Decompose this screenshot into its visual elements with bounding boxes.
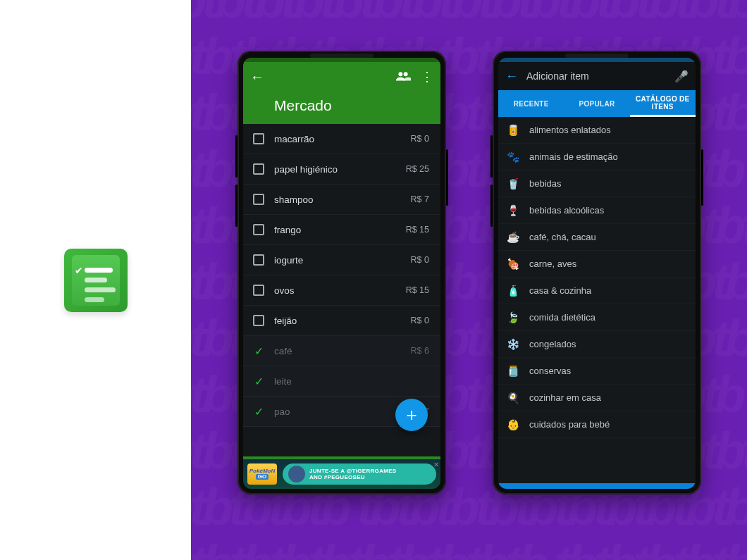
category-label: conservas xyxy=(529,366,571,376)
item-price: R$ 0 xyxy=(411,134,429,144)
ad-close-icon[interactable]: ✕ xyxy=(433,461,439,468)
ad-text: JUNTE-SE A @TIGERRGAMES AND #PEGUEOSEU xyxy=(309,468,396,480)
share-people-icon[interactable] xyxy=(395,70,411,85)
item-price: R$ 15 xyxy=(406,285,429,295)
ad-logo: PokéMoN GO xyxy=(247,463,277,485)
tab-popular[interactable]: POPULAR xyxy=(564,90,629,117)
category-item[interactable]: 🫙conservas xyxy=(498,358,696,385)
phone-mercado: ← ⋮ Mercado macarrãoR$ 0papel higiénicoR… xyxy=(237,51,446,494)
category-icon: 🥤 xyxy=(507,178,519,190)
item-name: papel higiénico xyxy=(274,164,406,175)
overflow-menu-icon[interactable]: ⋮ xyxy=(421,69,433,85)
checkbox[interactable] xyxy=(253,224,264,235)
showcase-panel: ← ⋮ Mercado macarrãoR$ 0papel higiénicoR… xyxy=(191,0,747,560)
item-price: R$ 0 xyxy=(411,316,429,325)
app-logo: ✔ xyxy=(61,245,131,316)
category-item[interactable]: ☕café, chá, cacau xyxy=(498,224,696,251)
list-item[interactable]: feijãoR$ 0 xyxy=(243,306,440,336)
back-icon[interactable]: ← xyxy=(250,69,264,85)
category-item[interactable]: 🍷bebidas alcoólicas xyxy=(498,197,696,224)
checkbox[interactable] xyxy=(253,254,264,266)
tab-cat-logo-de-itens[interactable]: CATÁLOGO DE ITENS xyxy=(630,90,696,117)
category-icon: 🧴 xyxy=(507,285,519,297)
ad-banner[interactable]: PokéMoN GO JUNTE-SE A @TIGERRGAMES AND #… xyxy=(243,456,440,489)
item-price: R$ 25 xyxy=(406,164,429,174)
category-label: bebidas alcoólicas xyxy=(529,205,604,216)
category-item[interactable]: 🥤bebidas xyxy=(498,170,696,197)
add-item-fab[interactable]: + xyxy=(395,399,428,431)
category-label: cuidados para bebé xyxy=(529,419,610,430)
category-item[interactable]: 🍳cozinhar em casa xyxy=(498,385,696,411)
list-title: Mercado xyxy=(250,87,433,114)
item-name: macarrão xyxy=(274,134,411,144)
search-bar[interactable]: ← Adicionar item 🎤 xyxy=(498,62,696,90)
category-icon: 🐾 xyxy=(507,151,519,163)
category-icon: ❄️ xyxy=(507,338,519,351)
category-icon: 🥫 xyxy=(507,124,519,137)
checkmark-icon[interactable]: ✓ xyxy=(253,405,264,418)
category-label: cozinhar em casa xyxy=(529,392,601,403)
item-name: iogurte xyxy=(274,255,411,266)
category-label: café, chá, cacau xyxy=(529,232,596,242)
item-name: feijão xyxy=(274,316,411,326)
item-name: frango xyxy=(274,225,406,235)
category-icon: 🍃 xyxy=(507,311,519,324)
category-label: bebidas xyxy=(529,178,562,189)
ad-avatar xyxy=(288,466,305,483)
item-name: ovos xyxy=(274,285,406,296)
checkmark-icon[interactable]: ✓ xyxy=(253,375,264,388)
list-item[interactable]: ✓leite xyxy=(243,366,440,397)
item-name: café xyxy=(274,346,411,356)
category-label: congelados xyxy=(529,339,576,349)
phone-catalog: ← Adicionar item 🎤 RECENTEPOPULARCATÁLOG… xyxy=(493,51,701,494)
category-item[interactable]: 👶cuidados para bebé xyxy=(498,411,696,438)
app-icon-panel: ✔ xyxy=(0,0,191,560)
ad-bubble: JUNTE-SE A @TIGERRGAMES AND #PEGUEOSEU xyxy=(283,463,436,485)
checkbox[interactable] xyxy=(253,285,264,296)
back-icon[interactable]: ← xyxy=(505,69,518,84)
category-icon: ☕ xyxy=(507,231,519,244)
mic-icon[interactable]: 🎤 xyxy=(674,70,689,83)
item-price: R$ 6 xyxy=(411,346,429,356)
item-name: leite xyxy=(274,376,429,387)
category-label: casa & cozinha xyxy=(529,285,591,296)
category-icon: 👶 xyxy=(507,418,519,431)
list-item[interactable]: frangoR$ 15 xyxy=(243,215,440,245)
category-item[interactable]: 🍖carne, aves xyxy=(498,251,696,278)
category-item[interactable]: ❄️congelados xyxy=(498,331,696,358)
category-list: 🥫alimentos enlatados🐾animais de estimaçã… xyxy=(498,117,696,483)
svg-point-1 xyxy=(404,72,408,76)
list-item[interactable]: iogurteR$ 0 xyxy=(243,245,440,275)
category-item[interactable]: 🥫alimentos enlatados xyxy=(498,117,696,144)
category-icon: 🍷 xyxy=(507,204,519,217)
list-item[interactable]: ✓caféR$ 6 xyxy=(243,336,440,366)
category-icon: 🍖 xyxy=(507,258,519,270)
category-label: comida dietética xyxy=(529,312,595,323)
item-name: pao xyxy=(274,406,411,417)
category-icon: 🫙 xyxy=(507,365,519,378)
list-header: ← ⋮ Mercado xyxy=(243,58,440,124)
checkmark-icon[interactable]: ✓ xyxy=(253,344,264,358)
category-item[interactable]: 🐾animais de estimação xyxy=(498,144,696,170)
item-name: shampoo xyxy=(274,194,411,205)
checkbox[interactable] xyxy=(253,133,264,144)
list-item[interactable]: macarrãoR$ 0 xyxy=(243,124,440,154)
checkbox[interactable] xyxy=(253,315,264,326)
category-icon: 🍳 xyxy=(507,392,519,404)
list-item[interactable]: ovosR$ 15 xyxy=(243,275,440,306)
item-price: R$ 0 xyxy=(411,255,429,265)
category-label: alimentos enlatados xyxy=(529,125,611,135)
checkbox[interactable] xyxy=(253,163,264,175)
search-input[interactable]: Adicionar item xyxy=(526,70,666,82)
list-item[interactable]: papel higiénicoR$ 25 xyxy=(243,154,440,185)
item-price: R$ 15 xyxy=(406,225,429,235)
checkbox[interactable] xyxy=(253,194,264,205)
category-item[interactable]: 🍃comida dietética xyxy=(498,304,696,331)
svg-point-0 xyxy=(398,72,402,76)
category-item[interactable]: 🧴casa & cozinha xyxy=(498,278,696,304)
category-label: carne, aves xyxy=(529,259,576,269)
catalog-tabs: RECENTEPOPULARCATÁLOGO DE ITENS xyxy=(498,90,696,117)
category-label: animais de estimação xyxy=(529,151,618,162)
list-item[interactable]: shampooR$ 7 xyxy=(243,185,440,215)
tab-recente[interactable]: RECENTE xyxy=(498,90,564,117)
